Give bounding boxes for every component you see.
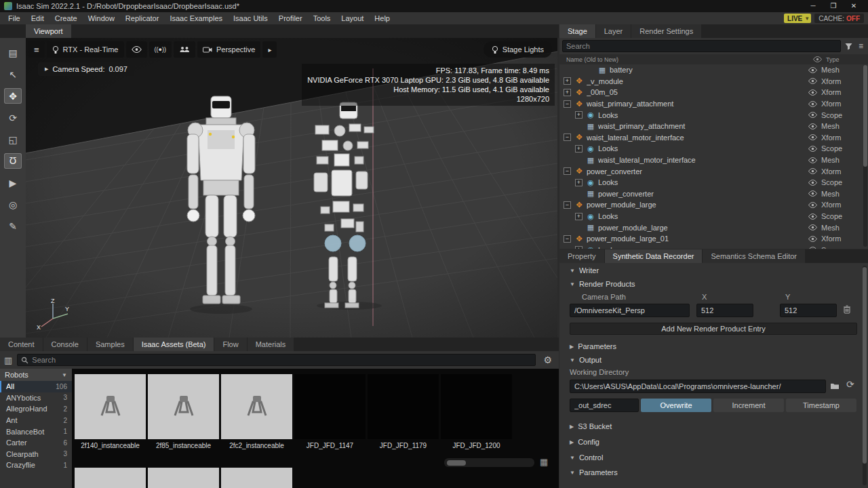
tab-viewport[interactable]: Viewport (26, 24, 71, 38)
cache-status[interactable]: CACHE: OFF (814, 14, 864, 23)
collaboration-button[interactable] (174, 41, 195, 58)
visibility-eye-icon[interactable] (804, 157, 821, 163)
stage-row[interactable]: +◉LooksScope (559, 143, 863, 155)
viewport-menu-button[interactable]: ≡ (28, 41, 45, 58)
category-all[interactable]: All106 (0, 381, 72, 392)
select-tool[interactable]: ↖ (4, 66, 22, 82)
expand-toggle[interactable]: + (575, 179, 583, 186)
visibility-eye-icon[interactable] (804, 101, 821, 107)
category-dropdown[interactable]: Robots ▼ (0, 369, 72, 381)
tab-stage[interactable]: Stage (559, 24, 595, 38)
category-clearpath[interactable]: Clearpath3 (0, 449, 72, 460)
viewport-panel[interactable]: ≡ RTX - Real-Time ((●)) Perspective ▸ St (26, 38, 557, 338)
render-products-section-header[interactable]: Render Products (559, 278, 861, 290)
control-section-header[interactable]: Control (559, 451, 861, 464)
menu-layout[interactable]: Layout (336, 12, 369, 24)
chevron-down-icon[interactable]: ▼ (804, 16, 810, 22)
expand-toggle[interactable]: − (564, 235, 571, 243)
visibility-eye-icon[interactable] (804, 247, 821, 249)
visibility-eye-icon[interactable] (804, 146, 821, 152)
move-tool[interactable]: ✥ (4, 88, 22, 104)
working-directory-input[interactable] (570, 380, 826, 393)
tab-flow[interactable]: Flow (214, 338, 246, 351)
config-section-header[interactable]: Config (559, 436, 861, 448)
refresh-icon[interactable]: ⟳ (846, 379, 854, 390)
menu-edit[interactable]: Edit (26, 12, 50, 24)
folder-icon[interactable] (830, 382, 840, 390)
parameters-section-header[interactable]: Parameters (559, 340, 861, 352)
expand-toggle[interactable]: + (575, 246, 583, 249)
scale-tool[interactable]: ◱ (4, 131, 22, 147)
asset-item[interactable]: JFD_JFD_1147 (294, 374, 366, 449)
category-carter[interactable]: Carter6 (0, 437, 72, 449)
visibility-eye-icon[interactable] (804, 78, 821, 84)
category-anybotics[interactable]: ANYbotics3 (0, 392, 72, 404)
menu-create[interactable]: Create (50, 12, 83, 24)
minimize-button[interactable]: ─ (803, 0, 823, 12)
x-resolution-input[interactable] (696, 304, 753, 317)
visibility-options-button[interactable] (126, 41, 147, 58)
stage-row[interactable]: +▦waist_primary_attachmentMesh (559, 121, 863, 132)
recorder-scrollbar[interactable] (863, 266, 867, 485)
toolbar-expand-button[interactable]: ▸ (262, 41, 277, 58)
stage-row[interactable]: +◉LooksScope (559, 177, 863, 188)
record-tool[interactable]: ◎ (4, 197, 22, 212)
menu-isaac-examples[interactable]: Isaac Examples (164, 12, 228, 24)
scrollbar-handle[interactable] (863, 267, 867, 464)
stage-options-icon[interactable]: ≡ (856, 41, 865, 51)
scrollbar-handle[interactable] (447, 460, 466, 466)
menu-file[interactable]: File (3, 12, 26, 24)
rotate-tool[interactable]: ⟳ (4, 110, 22, 125)
menu-tools[interactable]: Tools (308, 12, 336, 24)
menu-help[interactable]: Help (369, 12, 395, 24)
stage-lights-button[interactable]: Stage Lights (484, 41, 552, 58)
horizontal-scrollbar[interactable] (444, 458, 534, 467)
stage-row[interactable]: −✥power_converterXform (559, 165, 863, 177)
layers-tool[interactable]: ▤ (4, 45, 22, 60)
tab-layer[interactable]: Layer (596, 24, 631, 38)
expand-toggle[interactable]: + (564, 77, 571, 85)
stage-row[interactable]: +✥_v_moduleXform (559, 76, 863, 87)
control-parameters-section-header[interactable]: Parameters (559, 466, 861, 479)
stage-row[interactable]: −✥waist_primary_attachmentXform (559, 98, 863, 110)
expand-toggle[interactable]: + (575, 213, 583, 220)
asset-item[interactable]: JFD_JFD_1179 (368, 374, 439, 449)
tab-property[interactable]: Property (559, 249, 604, 263)
camera-dropdown[interactable]: Perspective (197, 41, 260, 58)
output-name-input[interactable] (570, 399, 639, 412)
stage-search-input[interactable] (566, 42, 837, 50)
audio-options-button[interactable]: ((●)) (149, 41, 172, 58)
asset-item[interactable]: 2f140_instanceable (75, 374, 146, 449)
stage-row[interactable]: +◉LooksScope (559, 245, 863, 249)
expand-toggle[interactable]: − (564, 100, 571, 108)
stage-row[interactable]: +▦power_converterMesh (559, 188, 863, 200)
visibility-eye-icon[interactable] (804, 112, 821, 118)
filter-funnel-icon[interactable] (844, 42, 853, 50)
output-section-header[interactable]: Output (559, 354, 861, 366)
tab-semantics-schema-editor[interactable]: Semantics Schema Editor (703, 249, 805, 263)
category-crazyflie[interactable]: Crazyflie1 (0, 460, 72, 471)
asset-item[interactable]: 2fc2_instanceable (221, 374, 292, 449)
gear-icon[interactable]: ⚙ (540, 354, 555, 365)
stage-row[interactable]: +✥_00m_05Xform (559, 87, 863, 98)
stage-row[interactable]: −✥waist_lateral_motor_interfaceXform (559, 132, 863, 144)
paint-tool[interactable]: ✎ (4, 218, 22, 234)
content-search-input[interactable] (32, 356, 532, 364)
sidebar-toggle-icon[interactable]: ▥ (4, 355, 12, 365)
name-column-header[interactable]: Name (Old to New) (566, 56, 808, 63)
visibility-eye-icon[interactable] (804, 224, 821, 230)
scrollbar-handle[interactable] (863, 65, 867, 167)
category-ant[interactable]: Ant2 (0, 415, 72, 426)
increment-mode-button[interactable]: Increment (713, 399, 784, 412)
menu-replicator[interactable]: Replicator (120, 12, 165, 24)
tab-content[interactable]: Content (0, 338, 43, 351)
y-resolution-input[interactable] (780, 304, 837, 317)
category-allegrohand[interactable]: AllegroHand2 (0, 403, 72, 415)
visibility-eye-icon[interactable] (804, 89, 821, 96)
expand-toggle[interactable]: − (564, 134, 571, 141)
visibility-eye-icon[interactable] (804, 168, 821, 174)
visibility-eye-icon[interactable] (804, 180, 821, 186)
snap-tool[interactable]: Ω (4, 153, 22, 169)
menu-isaac-utils[interactable]: Isaac Utils (228, 12, 273, 24)
visibility-eye-icon[interactable] (804, 123, 821, 129)
